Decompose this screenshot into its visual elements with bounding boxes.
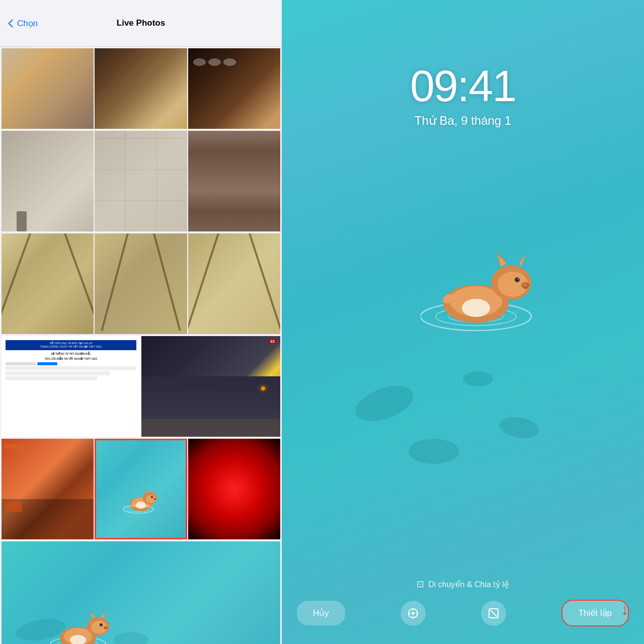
date-text: Thứ Ba, 9 tháng 1: [282, 114, 644, 128]
photo-cell-table2[interactable]: [95, 233, 187, 334]
document-overlay: SỞ GIÁO DỤC VÀ ĐÀO TẠO GIA LAITRANG THÔN…: [2, 336, 140, 437]
photo-cell-wood[interactable]: [188, 131, 280, 231]
photo-cell-food2[interactable]: [2, 439, 94, 539]
svg-marker-38: [519, 255, 525, 267]
bottom-bar: ⊡ Di chuyển & Chia tỷ lệ Hủy: [282, 579, 644, 644]
photo-cell-document[interactable]: SỞ GIÁO DỤC VÀ ĐÀO TẠO GIA LAITRANG THÔN…: [2, 336, 140, 437]
svg-point-42: [523, 284, 527, 286]
svg-marker-23: [101, 613, 106, 618]
grid-row-4: SỞ GIÁO DỤC VÀ ĐÀO TẠO GIA LAITRANG THÔN…: [1, 336, 281, 437]
photo-cell-table1[interactable]: [2, 233, 94, 334]
grid-row-5: [1, 438, 281, 540]
time-text: 09:41: [282, 60, 644, 112]
svg-point-31: [462, 299, 490, 317]
photo-grid: SỞ GIÁO DỤC VÀ ĐÀO TẠO GIA LAITRANG THÔN…: [0, 47, 282, 644]
grid-row-1: [1, 48, 281, 129]
page-title: Live Photos: [117, 18, 165, 28]
back-button[interactable]: Chọn: [8, 18, 38, 29]
red-arrow-indicator: ↓: [621, 600, 629, 619]
svg-point-9: [151, 496, 153, 498]
photo-cell-corgi2[interactable]: [2, 541, 280, 644]
photo-cell-corgi-selected[interactable]: [95, 439, 187, 539]
photo-cell-red[interactable]: [188, 439, 280, 539]
grid-row-2: [1, 130, 281, 232]
photo-cell-night[interactable]: 22: [141, 336, 280, 437]
grid-row-6: [1, 541, 281, 644]
set-button[interactable]: Thiết lập: [561, 600, 629, 626]
svg-point-40: [518, 278, 519, 280]
photo-cell-restaurant[interactable]: [95, 48, 187, 129]
grid-row-3: [1, 233, 281, 335]
target-icon-button[interactable]: [400, 601, 426, 626]
photo-cell-food1[interactable]: [2, 48, 94, 129]
svg-point-10: [153, 498, 156, 500]
svg-point-25: [104, 626, 108, 629]
cancel-button[interactable]: Hủy: [297, 601, 345, 625]
bottom-buttons: Hủy Thiết lập: [282, 600, 644, 626]
svg-line-50: [491, 610, 497, 616]
nav-bar: Chọn Live Photos: [0, 0, 282, 47]
shadow-blob-3: [409, 439, 459, 464]
back-label: Chọn: [17, 18, 38, 29]
shadow-blob-4: [463, 371, 493, 386]
crop-icon: ⊡: [417, 579, 424, 590]
photo-cell-floor2[interactable]: [95, 131, 187, 231]
left-panel: Chọn Live Photos: [0, 0, 282, 644]
svg-point-39: [515, 277, 520, 282]
disable-icon-button[interactable]: [481, 601, 506, 626]
photo-cell-bowls[interactable]: [188, 48, 280, 129]
svg-point-24: [100, 623, 103, 626]
time-display: 09:41 Thứ Ba, 9 tháng 1: [282, 60, 644, 128]
corgi-wallpaper: [421, 238, 561, 341]
photo-cell-floor1[interactable]: [2, 131, 94, 231]
svg-point-44: [412, 612, 415, 615]
photo-cell-table3[interactable]: [188, 233, 280, 334]
right-panel: 09:41 Thứ Ba, 9 tháng 1: [282, 0, 644, 644]
move-ratio-label: ⊡ Di chuyển & Chia tỷ lệ: [417, 579, 509, 590]
